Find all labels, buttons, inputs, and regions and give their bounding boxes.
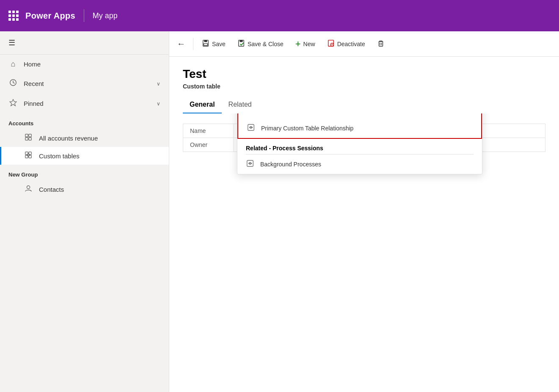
record-header: Test Custom table (169, 57, 559, 90)
sidebar-item-recent[interactable]: Recent ∨ (0, 74, 169, 94)
recent-icon (8, 79, 18, 88)
sidebar: ☰ ⌂ Home Recent ∨ Pinned ∨ (0, 31, 169, 392)
svg-rect-23 (248, 124, 254, 130)
save-close-button[interactable]: Save & Close (232, 35, 289, 53)
sidebar-pinned-label: Pinned (24, 100, 151, 107)
pinned-chevron-icon: ∨ (157, 101, 160, 107)
background-processes-icon (246, 160, 254, 169)
sidebar-item-label: Home (24, 61, 160, 68)
tabs: General Related (169, 90, 559, 113)
toolbar: ← Save (169, 31, 559, 57)
brand-name: Power Apps (25, 11, 75, 21)
svg-rect-25 (247, 160, 253, 166)
sidebar-item-contacts[interactable]: Contacts (0, 180, 169, 198)
back-icon: ← (177, 39, 185, 49)
svg-rect-18 (379, 41, 383, 46)
sidebar-item-home[interactable]: ⌂ Home (0, 55, 169, 74)
delete-icon (377, 39, 385, 49)
sidebar-item-custom-tables[interactable]: Custom tables (0, 147, 169, 165)
record-title: Test (183, 67, 545, 81)
app-name: My app (93, 11, 118, 20)
svg-rect-15 (240, 40, 242, 42)
svg-point-24 (250, 127, 252, 128)
contacts-label: Contacts (39, 186, 64, 193)
custom-tables-icon (24, 151, 33, 160)
record-subtitle: Custom table (183, 83, 545, 90)
primary-rel-label: Primary Custom Table Relationship (261, 125, 353, 132)
tab-related[interactable]: Related (222, 97, 259, 113)
toolbar-separator-1 (193, 38, 193, 50)
save-close-label: Save & Close (248, 41, 284, 47)
svg-rect-2 (29, 134, 31, 137)
related-process-header: Related - Process Sessions (237, 139, 482, 154)
sidebar-item-all-accounts[interactable]: All accounts revenue (0, 129, 169, 147)
save-close-icon (237, 39, 245, 49)
svg-rect-4 (29, 138, 31, 140)
all-accounts-icon (24, 133, 33, 143)
recent-chevron-icon: ∨ (157, 81, 160, 87)
save-label: Save (212, 41, 226, 47)
back-button[interactable]: ← (173, 35, 190, 53)
deactivate-button[interactable]: Deactivate (322, 35, 370, 53)
top-header: Power Apps My app (0, 0, 559, 31)
dropdown-item-primary-rel[interactable]: Primary Custom Table Relationship (238, 119, 481, 138)
header-divider (84, 9, 84, 22)
form-area: Name Owner Related - Comm (169, 113, 559, 392)
accounts-section-header: Accounts (0, 113, 169, 129)
hamburger-icon[interactable]: ☰ (8, 39, 15, 47)
svg-point-10 (27, 186, 30, 189)
svg-rect-12 (204, 40, 207, 42)
deactivate-icon (327, 39, 335, 49)
related-dropdown: Related - Common Audit History (237, 113, 482, 174)
new-label: New (303, 41, 315, 47)
svg-point-26 (249, 163, 251, 164)
save-button[interactable]: Save (197, 35, 231, 53)
svg-rect-1 (25, 134, 28, 137)
dropdown-item-background-processes[interactable]: Background Processes (237, 155, 482, 174)
sidebar-item-pinned[interactable]: Pinned ∨ (0, 94, 169, 113)
primary-rel-icon (247, 124, 255, 133)
new-group-section-header: New Group (0, 165, 169, 180)
main-layout: ☰ ⌂ Home Recent ∨ Pinned ∨ (0, 31, 559, 392)
content-area: ← Save (169, 31, 559, 392)
dropdown-item-secondary-rel[interactable]: Secondary Custom Table Relationship (238, 113, 481, 119)
apps-grid-icon[interactable] (7, 9, 20, 22)
owner-field-label: Owner (183, 138, 234, 152)
delete-button[interactable] (372, 35, 390, 53)
pinned-icon (8, 99, 18, 108)
svg-rect-13 (204, 43, 208, 45)
sidebar-recent-label: Recent (24, 80, 151, 87)
custom-tables-label: Custom tables (39, 152, 80, 160)
save-icon (202, 39, 209, 49)
red-border-group: Secondary Custom Table Relationship Prim… (237, 113, 482, 139)
all-accounts-label: All accounts revenue (39, 135, 98, 142)
background-processes-label: Background Processes (260, 161, 321, 168)
new-button[interactable]: + New (290, 35, 320, 53)
name-field-label: Name (183, 124, 234, 138)
svg-point-9 (27, 154, 29, 156)
sidebar-top: ☰ (0, 31, 169, 55)
deactivate-label: Deactivate (337, 41, 365, 47)
new-icon: + (295, 39, 301, 49)
contacts-icon (24, 185, 33, 194)
tab-general[interactable]: General (183, 97, 222, 113)
home-icon: ⌂ (8, 60, 18, 69)
svg-rect-3 (25, 138, 28, 140)
